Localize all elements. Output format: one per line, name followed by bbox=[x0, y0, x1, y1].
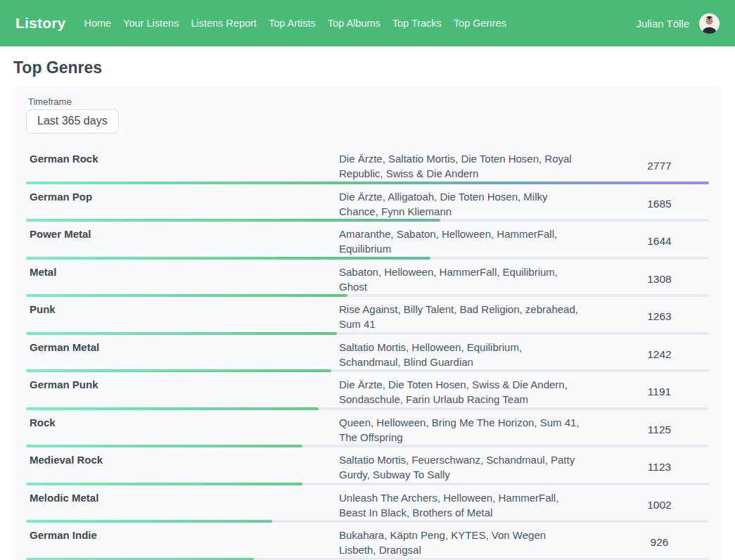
genre-artists: Saltatio Mortis, Helloween, Equilibrium,… bbox=[339, 340, 585, 369]
genre-artists-cell: Die Ärzte, Alligatoah, Die Toten Hosen, … bbox=[339, 189, 610, 219]
genre-artists-cell: Unleash The Archers, Helloween, HammerFa… bbox=[339, 490, 610, 520]
genre-artists-cell: Saltatio Mortis, Helloween, Equilibrium,… bbox=[339, 340, 610, 369]
genre-artists: Die Ärzte, Saltatio Mortis, Die Toten Ho… bbox=[339, 151, 585, 181]
genre-count: 1242 bbox=[610, 348, 709, 361]
genre-row: Medieval Rock Saltatio Mortis, Feuerschw… bbox=[26, 447, 709, 485]
genre-artists: Unleash The Archers, Helloween, HammerFa… bbox=[339, 490, 585, 520]
nav-item-listens-report[interactable]: Listens Report bbox=[191, 18, 257, 29]
genre-row: German Metal Saltatio Mortis, Helloween,… bbox=[26, 335, 709, 373]
genre-artists: Die Ärzte, Alligatoah, Die Toten Hosen, … bbox=[339, 189, 585, 219]
timeframe-select[interactable]: Last 365 days bbox=[26, 109, 119, 134]
genre-artists: Bukahara, Käptn Peng, KYTES, Von Wegen L… bbox=[339, 528, 585, 557]
genre-count: 1123 bbox=[610, 461, 709, 473]
nav-user-area: Julian Tölle bbox=[636, 13, 720, 34]
genre-row: Melodic Metal Unleash The Archers, Hello… bbox=[26, 485, 709, 523]
genre-name: German Punk bbox=[26, 377, 339, 407]
genre-count: 2777 bbox=[610, 160, 709, 172]
brand-logo[interactable]: Listory bbox=[15, 15, 65, 32]
nav-links: HomeYour ListensListens ReportTop Artist… bbox=[84, 18, 636, 29]
user-avatar[interactable] bbox=[699, 13, 720, 34]
nav-item-top-albums[interactable]: Top Albums bbox=[328, 18, 381, 29]
genre-name: German Rock bbox=[26, 151, 339, 181]
genre-artists-cell: Sabaton, Helloween, HammerFall, Equilibr… bbox=[339, 265, 610, 294]
genre-name: Melodic Metal bbox=[26, 490, 339, 520]
genre-artists: Queen, Helloween, Bring Me The Horizon, … bbox=[339, 415, 585, 445]
genre-name: Metal bbox=[26, 265, 339, 294]
genre-name: Rock bbox=[26, 415, 339, 445]
genre-row: German Indie Bukahara, Käptn Peng, KYTES… bbox=[26, 523, 709, 560]
genre-row: Metal Sabaton, Helloween, HammerFall, Eq… bbox=[26, 260, 709, 298]
genre-artists: Rise Against, Billy Talent, Bad Religion… bbox=[339, 302, 585, 331]
genre-bar-track bbox=[26, 558, 709, 560]
genre-name: Punk bbox=[26, 302, 339, 331]
genre-artists-cell: Saltatio Mortis, Feuerschwanz, Schandmau… bbox=[339, 452, 610, 482]
genre-artists-cell: Rise Against, Billy Talent, Bad Religion… bbox=[339, 302, 610, 331]
timeframe-value: Last 365 days bbox=[37, 115, 108, 127]
nav-item-your-listens[interactable]: Your Listens bbox=[123, 18, 179, 29]
genre-name: German Metal bbox=[26, 340, 339, 369]
genre-artists: Saltatio Mortis, Feuerschwanz, Schandmau… bbox=[339, 452, 585, 482]
genre-count: 1002 bbox=[610, 499, 709, 511]
genre-count: 1125 bbox=[610, 424, 709, 436]
genre-artists-cell: Die Ärzte, Saltatio Mortis, Die Toten Ho… bbox=[339, 151, 610, 181]
genre-count: 1308 bbox=[610, 273, 709, 286]
page-title: Top Genres bbox=[13, 58, 722, 77]
genres-list: German Rock Die Ärzte, Saltatio Mortis, … bbox=[26, 146, 709, 560]
genre-artists-cell: Bukahara, Käptn Peng, KYTES, Von Wegen L… bbox=[339, 528, 610, 557]
genre-artists: Amaranthe, Sabaton, Helloween, HammerFal… bbox=[339, 227, 585, 256]
genre-name: Medieval Rock bbox=[26, 452, 339, 482]
genre-count: 1191 bbox=[610, 386, 709, 398]
genre-artists-cell: Die Ärzte, Die Toten Hosen, Swiss & Die … bbox=[339, 377, 610, 407]
genre-artists-cell: Amaranthe, Sabaton, Helloween, HammerFal… bbox=[339, 227, 610, 256]
user-name[interactable]: Julian Tölle bbox=[636, 18, 689, 30]
genre-count: 1263 bbox=[610, 310, 709, 323]
genre-artists-cell: Queen, Helloween, Bring Me The Horizon, … bbox=[339, 415, 610, 445]
main-content: Top Genres Timeframe Last 365 days Germa… bbox=[0, 58, 735, 560]
genre-bar-fill bbox=[26, 558, 254, 560]
user-avatar-image bbox=[699, 13, 720, 34]
genre-row: German Rock Die Ärzte, Saltatio Mortis, … bbox=[26, 146, 709, 184]
genre-count: 1685 bbox=[610, 198, 709, 210]
nav-item-top-artists[interactable]: Top Artists bbox=[269, 18, 316, 29]
genre-row: Rock Queen, Helloween, Bring Me The Hori… bbox=[26, 410, 709, 448]
nav-item-home[interactable]: Home bbox=[84, 18, 111, 29]
nav-item-top-tracks[interactable]: Top Tracks bbox=[392, 18, 442, 29]
genre-count: 926 bbox=[610, 536, 709, 549]
genre-artists: Die Ärzte, Die Toten Hosen, Swiss & Die … bbox=[339, 377, 585, 407]
genre-artists: Sabaton, Helloween, HammerFall, Equilibr… bbox=[339, 265, 585, 294]
genre-name: German Pop bbox=[26, 189, 339, 219]
genres-card: Timeframe Last 365 days German Rock Die … bbox=[13, 86, 722, 560]
navbar: Listory HomeYour ListensListens ReportTo… bbox=[0, 0, 735, 46]
genre-row: Power Metal Amaranthe, Sabaton, Hellowee… bbox=[26, 222, 709, 260]
genre-name: German Indie bbox=[26, 528, 339, 557]
genre-row: German Pop Die Ärzte, Alligatoah, Die To… bbox=[26, 184, 709, 222]
genre-row: German Punk Die Ärzte, Die Toten Hosen, … bbox=[26, 372, 709, 410]
genre-row: Punk Rise Against, Billy Talent, Bad Rel… bbox=[26, 297, 709, 335]
nav-item-top-genres[interactable]: Top Genres bbox=[454, 18, 506, 29]
timeframe-label: Timeframe bbox=[28, 96, 709, 107]
genre-name: Power Metal bbox=[26, 227, 339, 256]
genre-count: 1644 bbox=[610, 235, 709, 248]
